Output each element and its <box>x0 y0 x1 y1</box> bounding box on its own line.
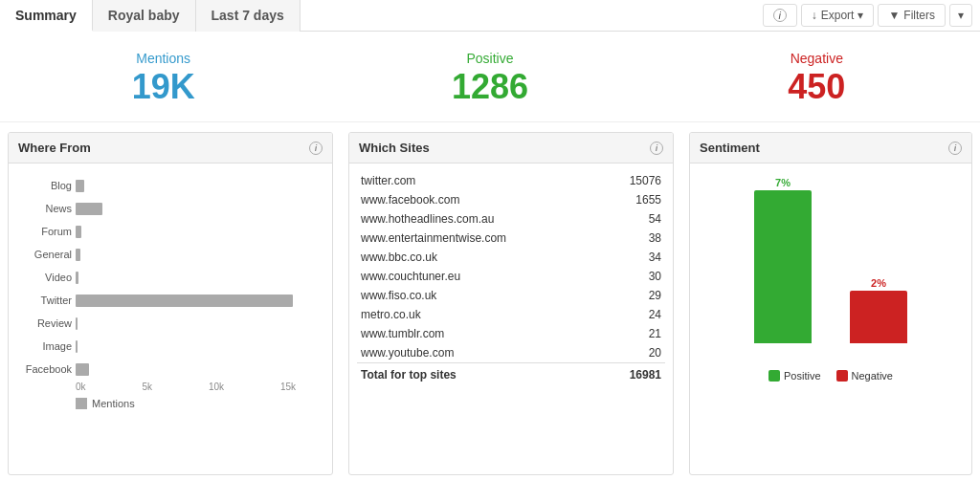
mentions-label: Mentions <box>0 51 326 66</box>
header-bar: Summary Royal baby Last 7 days i ↓ Expor… <box>0 0 980 32</box>
site-name: www.tumblr.com <box>357 324 602 343</box>
bar-label-news: News <box>16 203 72 214</box>
bar-fill-news <box>76 203 102 215</box>
site-name: www.hotheadlines.com.au <box>357 209 602 229</box>
bar-label-general: General <box>16 249 72 260</box>
negative-pct: 2% <box>871 277 886 289</box>
export-label: Export <box>821 9 855 22</box>
negative-bar <box>850 291 907 343</box>
positive-legend-item: Positive <box>768 370 821 382</box>
where-from-body: Blog News Forum General Video Twitter <box>9 164 332 474</box>
where-from-title: Where From <box>18 141 91 155</box>
bar-fill-review <box>76 317 78 330</box>
bar-fill-image <box>76 340 78 353</box>
stats-row: Mentions 19K Positive 1286 Negative 450 <box>0 32 980 122</box>
site-name: twitter.com <box>357 171 602 190</box>
bar-fill-forum <box>76 226 81 238</box>
bar-label-video: Video <box>16 272 72 283</box>
table-row: www.fiso.co.uk 29 <box>357 286 665 305</box>
bar-fill-facebook <box>76 363 89 376</box>
site-count: 1655 <box>602 190 665 209</box>
site-count: 20 <box>602 343 665 363</box>
bar-legend-box <box>76 398 87 409</box>
positive-pct: 7% <box>775 177 791 188</box>
bar-label-facebook: Facebook <box>16 363 72 375</box>
bar-label-blog: Blog <box>16 180 72 191</box>
site-count: 24 <box>602 305 665 324</box>
negative-legend-label: Negative <box>852 370 893 382</box>
negative-value: 450 <box>654 70 980 104</box>
total-value: 16981 <box>602 363 665 385</box>
sentiment-info-icon[interactable]: i <box>948 142 962 155</box>
export-arrow-icon: ↓ <box>812 9 817 22</box>
x-axis-label: 15k <box>280 382 296 392</box>
positive-stat: Positive 1286 <box>326 51 653 104</box>
site-count: 34 <box>602 248 665 267</box>
info-button[interactable]: i <box>763 4 797 27</box>
x-axis-label: 0k <box>76 382 86 392</box>
table-row: www.bbc.co.uk 34 <box>357 248 665 267</box>
positive-label: Positive <box>326 51 653 66</box>
negative-legend-item: Negative <box>836 370 893 382</box>
bar-label-twitter: Twitter <box>16 295 72 306</box>
where-from-panel: Where From i Blog News Forum General V <box>8 132 333 475</box>
negative-stat: Negative 450 <box>654 51 980 104</box>
tab-summary[interactable]: Summary <box>0 0 93 32</box>
table-row: metro.co.uk 24 <box>357 305 665 324</box>
negative-bar-wrap: 2% <box>850 277 907 343</box>
which-sites-body: twitter.com 15076 www.facebook.com 1655 … <box>349 164 673 474</box>
main-content: Where From i Blog News Forum General V <box>0 122 980 480</box>
positive-legend-label: Positive <box>784 370 821 382</box>
site-count: 38 <box>602 229 665 248</box>
x-axis-label: 10k <box>209 382 224 392</box>
where-from-info-icon[interactable]: i <box>309 142 323 155</box>
sentiment-header: Sentiment i <box>690 133 971 164</box>
mentions-stat: Mentions 19K <box>0 51 326 104</box>
filters-button[interactable]: ▼ Filters <box>878 4 946 27</box>
which-sites-panel: Which Sites i twitter.com 15076 www.face… <box>348 132 674 475</box>
mentions-value: 19K <box>0 70 326 104</box>
site-name: www.entertainmentwise.com <box>357 229 602 248</box>
bar-chart-area: Blog News Forum General Video Twitter <box>16 175 324 404</box>
filter-icon: ▼ <box>888 9 900 22</box>
where-from-header: Where From i <box>9 133 332 164</box>
site-count: 29 <box>602 286 665 305</box>
x-axis-label: 5k <box>142 382 152 392</box>
sentiment-panel: Sentiment i 7% 2% Positive <box>689 132 972 475</box>
sentiment-chart: 7% 2% <box>698 171 964 362</box>
bar-label-image: Image <box>16 340 72 352</box>
site-name: www.facebook.com <box>357 190 602 209</box>
table-row: twitter.com 15076 <box>357 171 665 190</box>
site-count: 15076 <box>602 171 665 190</box>
which-sites-title: Which Sites <box>359 141 430 155</box>
sentiment-body: 7% 2% Positive Negative <box>690 164 971 474</box>
site-count: 54 <box>602 209 665 229</box>
table-total-row: Total for top sites 16981 <box>357 363 665 385</box>
site-count: 21 <box>602 324 665 343</box>
which-sites-info-icon[interactable]: i <box>650 142 663 155</box>
which-sites-header: Which Sites i <box>349 133 673 164</box>
tab-royal-baby[interactable]: Royal baby <box>93 0 196 32</box>
positive-value: 1286 <box>326 70 653 104</box>
positive-legend-dot <box>768 370 780 382</box>
negative-label: Negative <box>654 51 980 66</box>
table-row: www.facebook.com 1655 <box>357 190 665 209</box>
positive-bar <box>754 190 812 343</box>
bar-legend-label: Mentions <box>92 398 135 409</box>
sentiment-title: Sentiment <box>700 141 760 155</box>
site-name: www.fiso.co.uk <box>357 286 602 305</box>
bar-fill-video <box>76 272 78 284</box>
sentiment-legend: Positive Negative <box>698 370 964 382</box>
more-button[interactable]: ▾ <box>949 4 972 27</box>
negative-legend-dot <box>836 370 848 382</box>
bar-label-review: Review <box>16 317 72 329</box>
tab-last-7-days[interactable]: Last 7 days <box>196 0 301 32</box>
table-row: www.couchtuner.eu 30 <box>357 267 665 286</box>
total-label: Total for top sites <box>357 363 602 385</box>
table-row: www.entertainmentwise.com 38 <box>357 229 665 248</box>
header-actions: i ↓ Export ▾ ▼ Filters ▾ <box>763 4 980 27</box>
site-name: www.bbc.co.uk <box>357 248 602 267</box>
site-name: metro.co.uk <box>357 305 602 324</box>
export-button[interactable]: ↓ Export ▾ <box>801 4 875 27</box>
site-count: 30 <box>602 267 665 286</box>
